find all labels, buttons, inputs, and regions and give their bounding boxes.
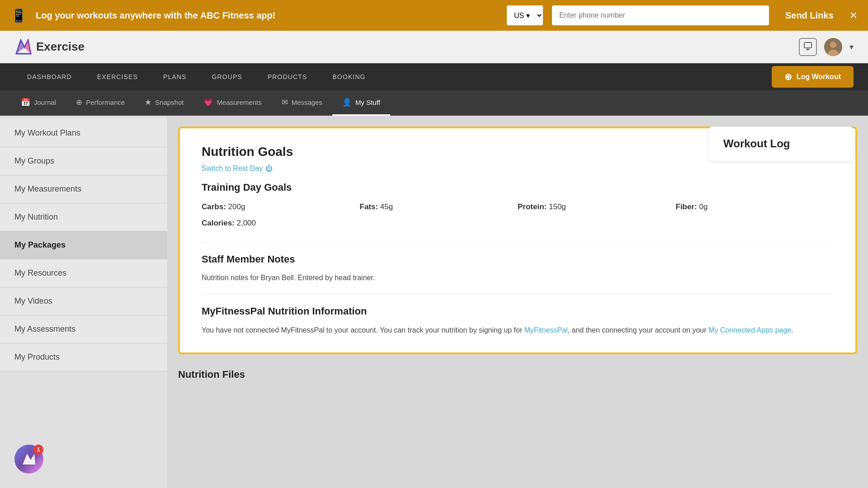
sidebar-item-resources[interactable]: My Resources <box>0 259 167 287</box>
tab-messages[interactable]: ✉ Messages <box>272 90 332 116</box>
mfp-title: MyFitnessPal Nutrition Information <box>202 305 834 317</box>
content-area: My Workout Plans My Groups My Measuremen… <box>0 116 868 488</box>
tab-my-stuff[interactable]: 👤 My Stuff <box>332 90 390 116</box>
send-links-button[interactable]: Send Links <box>778 7 841 24</box>
staff-notes-text: Nutrition notes for Bryan Bell. Entered … <box>202 272 834 283</box>
journal-icon: 📅 <box>21 98 30 107</box>
phone-input[interactable] <box>552 5 769 25</box>
workout-log-title: Workout Log <box>723 137 839 150</box>
monitor-button[interactable] <box>799 38 817 56</box>
mfp-link[interactable]: MyFitnessPal <box>524 326 568 334</box>
divider-1 <box>202 242 834 243</box>
calories-row: Calories: 2,000 <box>202 219 834 228</box>
top-banner: 📱 Log your workouts anywhere with the AB… <box>0 0 868 31</box>
svg-marker-9 <box>23 454 35 465</box>
plus-circle-icon: ⊕ <box>784 71 792 82</box>
measurements-icon: 💗 <box>203 98 213 107</box>
messages-icon: ✉ <box>282 98 288 107</box>
my-stuff-icon: 👤 <box>342 98 352 107</box>
nutrition-files-title: Nutrition Files <box>178 369 857 380</box>
nav-dashboard[interactable]: DASHBOARD <box>14 63 85 90</box>
tab-measurements[interactable]: 💗 Measurements <box>193 90 271 116</box>
svg-rect-3 <box>804 42 811 48</box>
divider-2 <box>202 294 834 295</box>
country-select[interactable]: US ▾ <box>507 5 543 25</box>
notification-badge[interactable]: 1 <box>14 445 43 474</box>
tab-performance[interactable]: ⊕ Performance <box>66 90 135 116</box>
nav-products[interactable]: PRODUCTS <box>255 63 320 90</box>
nav-groups[interactable]: GROUPS <box>199 63 255 90</box>
sidebar: My Workout Plans My Groups My Measuremen… <box>0 116 167 488</box>
main-content: Nutrition Goals Switch to Rest Day ⏻ Tra… <box>167 116 868 488</box>
mfp-section: MyFitnessPal Nutrition Information You h… <box>202 294 834 336</box>
protein-item: Protein: 150g <box>518 202 676 211</box>
notification-icon <box>22 452 36 466</box>
logo-area: Exercise <box>14 38 85 56</box>
log-workout-button[interactable]: ⊕ Log Workout <box>772 66 854 88</box>
user-dropdown-button[interactable]: ▾ <box>849 42 854 52</box>
phone-icon: 📱 <box>11 8 27 23</box>
svg-point-7 <box>830 42 836 48</box>
close-banner-button[interactable]: × <box>850 8 857 23</box>
logo-text: Exercise <box>36 40 85 54</box>
toggle-icon: ⏻ <box>265 164 273 173</box>
sidebar-item-measurements[interactable]: My Measurements <box>0 175 167 203</box>
sidebar-item-assessments[interactable]: My Assessments <box>0 315 167 343</box>
fats-item: Fats: 45g <box>360 202 518 211</box>
connected-apps-link[interactable]: My Connected Apps page <box>708 326 791 334</box>
tab-snapshot[interactable]: ★ Snapshot <box>135 90 193 116</box>
nav-exercises[interactable]: EXERCISES <box>85 63 151 90</box>
tab-journal[interactable]: 📅 Journal <box>11 90 66 116</box>
snapshot-icon: ★ <box>145 98 151 107</box>
svg-marker-1 <box>16 40 24 54</box>
staff-notes-title: Staff Member Notes <box>202 253 834 265</box>
mfp-text: You have not connected MyFitnessPal to y… <box>202 324 834 336</box>
sidebar-item-products[interactable]: My Products <box>0 343 167 371</box>
sidebar-item-nutrition[interactable]: My Nutrition <box>0 203 167 231</box>
header: Exercise ▾ <box>0 31 868 63</box>
nav-plans[interactable]: PLANS <box>151 63 199 90</box>
sidebar-item-workout-plans[interactable]: My Workout Plans <box>0 119 167 147</box>
carbs-item: Carbs: 200g <box>202 202 360 211</box>
sidebar-item-packages[interactable]: My Packages <box>0 231 167 259</box>
avatar <box>824 38 842 56</box>
switch-rest-day-link[interactable]: Switch to Rest Day ⏻ <box>202 164 834 173</box>
training-day-title: Training Day Goals <box>202 182 834 193</box>
fiber-item: Fiber: 0g <box>676 202 834 211</box>
nav-booking[interactable]: BOOKING <box>320 63 378 90</box>
main-nav: DASHBOARD EXERCISES PLANS GROUPS PRODUCT… <box>0 63 868 90</box>
banner-text: Log your workouts anywhere with the ABC … <box>36 10 498 21</box>
macros-row: Carbs: 200g Fats: 45g Protein: 150g Fibe… <box>202 202 834 211</box>
performance-icon: ⊕ <box>76 98 82 107</box>
sub-nav: 📅 Journal ⊕ Performance ★ Snapshot 💗 Mea… <box>0 90 868 116</box>
nav-items: DASHBOARD EXERCISES PLANS GROUPS PRODUCT… <box>14 63 772 90</box>
sidebar-item-groups[interactable]: My Groups <box>0 147 167 175</box>
sidebar-item-videos[interactable]: My Videos <box>0 287 167 315</box>
workout-log-card: Workout Log <box>709 127 854 161</box>
logo-icon <box>14 38 32 56</box>
notification-count: 1 <box>33 445 43 455</box>
header-right: ▾ <box>799 38 854 56</box>
